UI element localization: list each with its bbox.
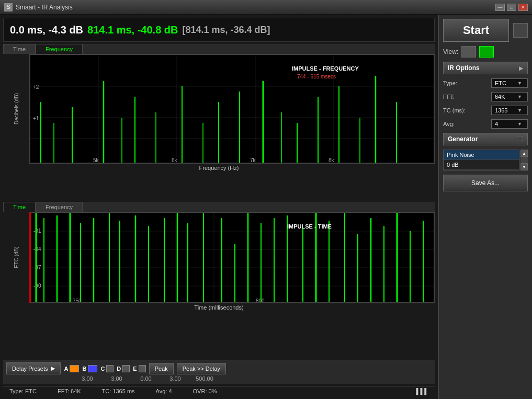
left-panel: 0.0 ms, -4.3 dB 814.1 ms, -40.8 dB [814.…	[0, 15, 438, 399]
top-chart-svg: +2 +1 5k 6k 7k 8k	[30, 55, 434, 163]
generator-scrollbar: ▲ ▼	[520, 150, 528, 170]
generator-select-area: Pink Noise 0 dB ▲ ▼	[443, 150, 528, 170]
status-type: Type: ETC	[9, 388, 37, 394]
start-row: Start	[443, 19, 528, 42]
tab-frequency-bottom[interactable]: Frequency	[36, 202, 83, 212]
channel-a-label: A	[64, 366, 68, 372]
channel-a-value: 3.00	[74, 375, 100, 382]
channel-c: C	[100, 365, 114, 372]
type-arrow: ▼	[517, 81, 522, 86]
gen-scroll-down[interactable]: ▼	[520, 163, 528, 170]
svg-text:-87: -87	[33, 265, 41, 270]
bottom-chart-area: ETC (dB) -81 -84 -87 -90	[3, 212, 435, 303]
channel-a-swatch[interactable]	[70, 365, 79, 372]
ir-options-header[interactable]: IR Options ▶	[443, 62, 528, 74]
gen-option-0db[interactable]: 0 dB	[444, 160, 519, 170]
app-icon: S	[4, 3, 13, 12]
peak-button[interactable]: Peak	[149, 363, 174, 374]
view-row: View:	[443, 46, 528, 58]
signal-icon: ▌▌▌	[416, 388, 428, 394]
svg-text:-84: -84	[33, 246, 41, 252]
generator-indicator	[517, 136, 523, 142]
main-layout: 0.0 ms, -4.3 dB 814.1 ms, -40.8 dB [814.…	[0, 15, 532, 399]
top-chart-canvas-container: +2 +1 5k 6k 7k 8k	[29, 54, 435, 164]
channel-d: D	[117, 365, 130, 372]
type-dropdown[interactable]: ETC ▼	[491, 78, 528, 88]
gen-option-pink-noise[interactable]: Pink Noise	[444, 150, 519, 160]
view-dual-button[interactable]	[479, 46, 494, 58]
info-value1: 0.0 ms, -4.3 dB	[10, 24, 83, 36]
gen-scroll-track	[520, 157, 528, 163]
channel-c-check[interactable]	[106, 365, 114, 372]
svg-text:8k: 8k	[329, 157, 335, 163]
avg-value: 4	[495, 121, 498, 127]
peak-delay-button[interactable]: Peak >> Delay	[177, 363, 226, 374]
generator-label: Generator	[448, 135, 478, 143]
channel-e-label: E	[133, 366, 137, 372]
channel-d-check[interactable]	[122, 365, 130, 372]
bottom-chart-svg: -81 -84 -87 -90 750 800	[31, 213, 434, 302]
view-single-button[interactable]	[461, 46, 476, 58]
svg-text:7k: 7k	[250, 157, 256, 163]
status-tc: TC: 1365 ms	[102, 388, 135, 394]
channel-e: E	[133, 365, 145, 372]
avg-arrow: ▼	[517, 121, 522, 127]
tab-time-bottom[interactable]: Time	[3, 202, 36, 212]
top-chart-tabs: Time Frequency	[3, 44, 435, 54]
start-button[interactable]: Start	[443, 19, 509, 42]
tc-dropdown[interactable]: 1365 ▼	[491, 106, 528, 115]
channel-b-value: 3.00	[104, 375, 130, 382]
bottom-chart-wrapper: Time Frequency ETC (dB) -81 -84	[3, 202, 435, 358]
channel-e-check[interactable]	[139, 365, 146, 372]
avg-label: Avg:	[443, 121, 472, 127]
info-bar: 0.0 ms, -4.3 dB 814.1 ms, -40.8 dB [814.…	[3, 18, 435, 42]
tc-label: TC (ms):	[443, 107, 472, 113]
top-chart-wrapper: Time Frequency Decibels (dB)	[3, 44, 435, 200]
channel-a: A	[64, 365, 79, 372]
status-avg: Avg: 4	[156, 388, 172, 394]
svg-text:744 - 615 msecs: 744 - 615 msecs	[297, 74, 336, 79]
maximize-button[interactable]: □	[507, 4, 516, 11]
type-row: Type: ETC ▼	[443, 78, 528, 88]
save-as-button[interactable]: Save As...	[443, 175, 528, 191]
status-fft: FFT: 64K	[58, 388, 81, 394]
type-value: ETC	[495, 80, 506, 86]
type-label: Type:	[443, 80, 472, 86]
delay-presets-arrow: ▶	[51, 365, 55, 372]
window-controls: — □ ✕	[495, 4, 528, 11]
channel-d-label: D	[117, 366, 121, 372]
fft-value: 64K	[495, 94, 505, 100]
channel-d-value: 3.00	[162, 375, 188, 382]
bottom-y-axis-label: ETC (dB)	[3, 212, 29, 303]
svg-text:6k: 6k	[172, 157, 178, 163]
info-value2: 814.1 ms, -40.8 dB	[87, 24, 178, 36]
bottom-chart-canvas-container: -81 -84 -87 -90 750 800	[29, 212, 435, 303]
fft-arrow: ▼	[517, 94, 522, 99]
bottom-controls: Delay Presets ▶ A B C	[3, 360, 435, 384]
generator-list: Pink Noise 0 dB	[443, 150, 519, 170]
right-panel: Start View: IR Options ▶ Type: ETC ▼ FFT…	[438, 15, 532, 399]
ir-options-label: IR Options	[448, 64, 480, 72]
close-button[interactable]: ✕	[518, 4, 528, 11]
bottom-chart-tabs: Time Frequency	[3, 202, 435, 212]
window-title: Smaart - IR Analysis	[16, 4, 495, 11]
titlebar: S Smaart - IR Analysis — □ ✕	[0, 0, 532, 15]
channel-b-swatch[interactable]	[88, 365, 97, 372]
status-ovr: OVR: 0%	[193, 388, 217, 394]
channel-e-value: 500.00	[191, 375, 218, 382]
svg-text:-90: -90	[33, 283, 41, 289]
gen-scroll-up[interactable]: ▲	[520, 150, 528, 157]
svg-text:IMPULSE - TIME: IMPULSE - TIME	[287, 223, 332, 230]
top-chart-area: Decibels (dB) +2 +1	[3, 54, 435, 164]
info-value3: [814.1 ms, -36.4 dB]	[183, 25, 270, 36]
avg-dropdown[interactable]: 4 ▼	[491, 119, 528, 129]
tab-time-top[interactable]: Time	[3, 44, 36, 54]
fft-dropdown[interactable]: 64K ▼	[491, 92, 528, 101]
minimize-button[interactable]: —	[495, 4, 505, 11]
svg-text:+1: +1	[33, 116, 39, 121]
delay-presets-button[interactable]: Delay Presets ▶	[6, 362, 61, 374]
channel-c-label: C	[100, 366, 105, 372]
tab-frequency-top[interactable]: Frequency	[36, 44, 83, 54]
channel-c-value: 0.00	[133, 375, 159, 382]
svg-text:-81: -81	[33, 228, 41, 234]
